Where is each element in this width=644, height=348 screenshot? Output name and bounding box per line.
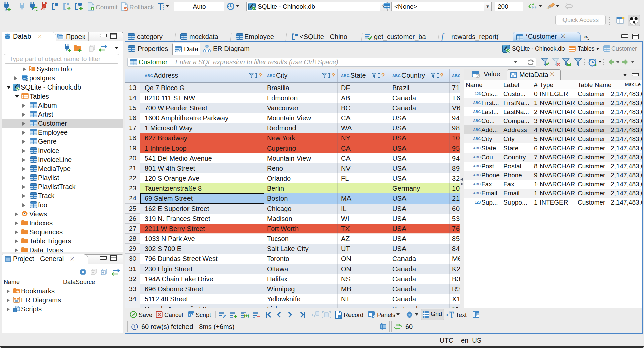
svg-text:(+): (+) [244,313,249,318]
